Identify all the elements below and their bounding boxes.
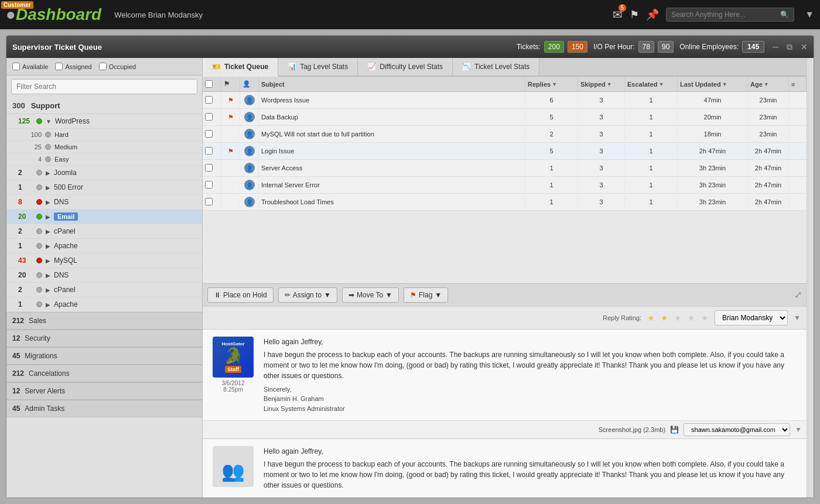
filter-search-input[interactable]: [11, 79, 197, 94]
envelope-nav-icon[interactable]: ✉ 5: [613, 8, 623, 22]
table-row[interactable]: ⚑ 👤 Login Issue 5 3 1 2h 47min 2h 47min: [203, 143, 807, 160]
pin-nav-icon[interactable]: 📌: [646, 8, 659, 21]
col-menu[interactable]: ≡: [789, 77, 807, 91]
col-agent[interactable]: 👤: [240, 77, 259, 91]
table-row[interactable]: ⚑ 👤 Data Backup 5 3 1 20min 23min: [203, 109, 807, 126]
tab-difficulty-level-stats[interactable]: 📈 Difficulty Level Stats: [358, 58, 453, 76]
table-row[interactable]: 👤 MySQL Will not start due to full parti…: [203, 126, 807, 143]
wordpress-expand-arrow[interactable]: ▼: [46, 118, 52, 125]
col-last-updated[interactable]: Last Updated ▼: [678, 77, 748, 91]
row-checkbox[interactable]: [203, 93, 221, 108]
nav-dropdown-arrow[interactable]: ▼: [805, 9, 814, 20]
row-checkbox[interactable]: [203, 127, 221, 142]
sidebar-section-security[interactable]: 12 Security: [6, 330, 202, 347]
sidebar-item-joomla[interactable]: 2 ▶ Joomla: [6, 166, 202, 180]
row-checkbox[interactable]: [203, 144, 221, 159]
flag-button[interactable]: ⚑ Flag ▼: [404, 287, 448, 303]
apache1-arrow[interactable]: ▶: [46, 243, 50, 249]
staff-greeting: Hello again Jeffrey,: [264, 337, 800, 347]
sidebar-item-mysql[interactable]: 43 ▶ MySQL: [6, 253, 202, 268]
sidebar-item-apache2[interactable]: 1 ▶ Apache: [6, 297, 202, 312]
assign-to-button[interactable]: ✏ Assign to ▼: [278, 287, 337, 303]
table-row[interactable]: ⚑ 👤 Wordpress Issue 6 3 1 47min 23min: [203, 92, 807, 109]
row-actions[interactable]: [789, 199, 807, 205]
row-checkbox[interactable]: [203, 110, 221, 125]
flag-nav-icon[interactable]: ⚑: [630, 8, 639, 21]
sidebar-subitem-easy[interactable]: 4 Easy: [6, 153, 202, 166]
attach-download-icon[interactable]: 💾: [670, 426, 679, 434]
search-box[interactable]: 🔍: [666, 8, 794, 22]
sidebar-item-email[interactable]: 20 ▶ Email: [6, 210, 202, 224]
star-5[interactable]: ★: [701, 313, 709, 323]
row-actions[interactable]: [789, 114, 807, 120]
sidebar-item-500error[interactable]: 1 ▶ 500 Error: [6, 180, 202, 195]
col-flag[interactable]: ⚑: [221, 77, 240, 91]
tab-ticket-queue[interactable]: 🎫 Ticket Queue: [203, 58, 278, 77]
sidebar-item-cpanel2[interactable]: 2 ▶ cPanel: [6, 283, 202, 297]
email-select[interactable]: shawn.sakamoto@gmail.com: [684, 423, 790, 436]
apache2-arrow[interactable]: ▶: [46, 301, 50, 308]
dns1-arrow[interactable]: ▶: [46, 199, 50, 205]
tab-ticket-level-stats[interactable]: 📉 Ticket Level Stats: [453, 58, 539, 76]
sidebar-subitem-hard[interactable]: 100 Hard: [6, 129, 202, 141]
available-checkbox[interactable]: Available: [12, 63, 48, 70]
sidebar-subitem-medium[interactable]: 25 Medium: [6, 141, 202, 153]
sidebar-item-wordpress[interactable]: 125 ▼ WordPress: [6, 114, 202, 129]
sidebar-item-cpanel1[interactable]: 2 ▶ cPanel: [6, 224, 202, 239]
row-actions[interactable]: [789, 148, 807, 154]
flag-arrow: ▼: [435, 291, 442, 299]
cpanel1-arrow[interactable]: ▶: [46, 228, 50, 235]
sidebar-item-dns2[interactable]: 20 ▶ DNS: [6, 268, 202, 283]
sidebar-section-sales[interactable]: 212 Sales: [6, 312, 202, 330]
col-skipped[interactable]: Skipped ▼: [578, 77, 625, 91]
sidebar-section-support[interactable]: 300 Support: [6, 98, 202, 114]
row-checkbox[interactable]: [203, 195, 221, 210]
row-skipped: 3: [578, 196, 625, 208]
cpanel2-arrow[interactable]: ▶: [46, 287, 50, 293]
row-actions[interactable]: [789, 131, 807, 137]
table-row[interactable]: 👤 Internal Server Error 1 3 1 3h 23min 2…: [203, 177, 807, 194]
sidebar-item-apache1[interactable]: 1 ▶ Apache: [6, 239, 202, 253]
joomla-arrow[interactable]: ▶: [46, 170, 50, 176]
occupied-checkbox[interactable]: Occupied: [99, 63, 136, 70]
row-checkbox[interactable]: [203, 178, 221, 193]
col-subject[interactable]: Subject: [259, 77, 525, 91]
star-1[interactable]: ★: [647, 313, 655, 323]
mysql-arrow[interactable]: ▶: [46, 258, 50, 264]
dns2-arrow[interactable]: ▶: [46, 272, 50, 279]
restore-button[interactable]: ⧉: [787, 42, 792, 52]
col-age[interactable]: Age ▼: [748, 77, 789, 91]
agent-select[interactable]: Brian Modansky: [715, 310, 788, 325]
sidebar-section-migrations[interactable]: 45 Migrations: [6, 347, 202, 365]
table-row[interactable]: 👤 Server Access 1 3 1 3h 23min 2h 47min: [203, 160, 807, 177]
row-actions[interactable]: [789, 97, 807, 103]
row-actions[interactable]: [789, 165, 807, 171]
sidebar-section-cancelations[interactable]: 212 Cancelations: [6, 365, 202, 382]
star-2[interactable]: ★: [661, 313, 668, 323]
minimize-button[interactable]: ─: [773, 42, 778, 52]
row-checkbox[interactable]: [203, 161, 221, 176]
col-replies[interactable]: Replies ▼: [525, 77, 578, 91]
place-on-hold-button[interactable]: ⏸ Place on Hold: [207, 287, 274, 303]
500error-arrow[interactable]: ▶: [46, 184, 50, 191]
sidebar-item-dns1[interactable]: 8 ▶ DNS: [6, 195, 202, 210]
row-actions[interactable]: [789, 182, 807, 188]
sidebar-section-admin-tasks[interactable]: 45 Admin Tasks: [6, 400, 202, 417]
col-escalated[interactable]: Escalated ▼: [625, 77, 678, 91]
tab-tag-level-stats[interactable]: 📊 Tag Level Stats: [278, 58, 358, 76]
expand-icon[interactable]: ⤢: [794, 289, 802, 300]
row-age: 23min: [748, 94, 789, 107]
star-4[interactable]: ★: [688, 313, 695, 323]
table-row[interactable]: 👤 Troubleshoot Load Times 1 3 1 3h 23min…: [203, 194, 807, 211]
move-to-button[interactable]: ➡ Move To ▼: [342, 287, 399, 303]
sidebar-section-server-alerts[interactable]: 12 Server Alerts: [6, 382, 202, 400]
email-arrow[interactable]: ▶: [46, 214, 50, 220]
vertical-scrollbar[interactable]: [807, 58, 814, 498]
col-checkbox[interactable]: [203, 77, 221, 91]
row-skipped: 3: [578, 162, 625, 174]
search-input[interactable]: [671, 11, 777, 19]
close-button[interactable]: ✕: [801, 42, 808, 52]
assigned-checkbox[interactable]: Assigned: [55, 63, 91, 70]
easy-dot: [45, 156, 51, 162]
star-3[interactable]: ★: [674, 313, 682, 323]
